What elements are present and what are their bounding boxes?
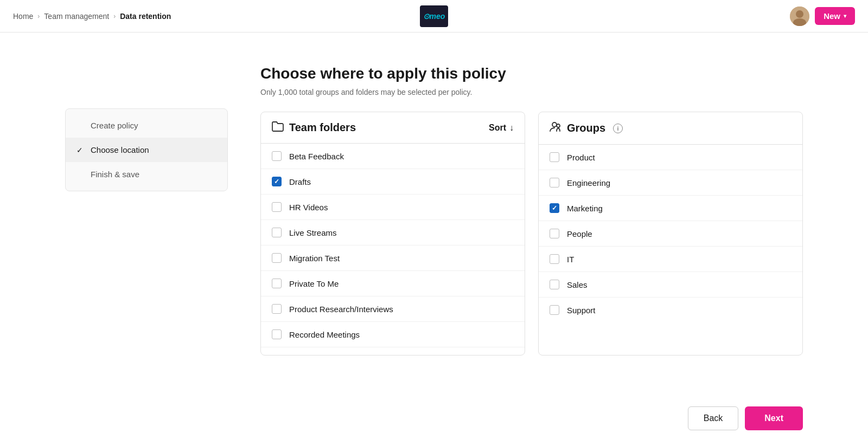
team-folder-label: Beta Feedback xyxy=(289,152,344,161)
team-folder-checkbox[interactable] xyxy=(272,202,282,212)
breadcrumb: Home › Team management › Data retention xyxy=(13,12,171,21)
group-checkbox[interactable] xyxy=(550,203,559,213)
team-folders-list: Beta FeedbackDraftsHR VideosLive Streams… xyxy=(261,144,525,355)
sidebar-item-create-policy[interactable]: Create policy xyxy=(66,113,227,138)
team-folder-checkbox[interactable] xyxy=(272,151,282,161)
team-folder-label: Migration Test xyxy=(289,254,340,263)
group-item[interactable]: Product xyxy=(539,145,802,170)
footer: Back Next xyxy=(0,393,868,443)
team-folder-item[interactable]: HR Videos xyxy=(261,195,525,220)
groups-panel: Groups i ProductEngineeringMarketingPeop… xyxy=(538,112,803,355)
groups-title: Groups i xyxy=(550,121,623,135)
team-folder-checkbox[interactable] xyxy=(272,329,282,339)
team-folder-checkbox[interactable] xyxy=(272,177,282,186)
group-item[interactable]: Support xyxy=(539,298,802,322)
team-folder-item[interactable]: Recordings xyxy=(261,347,525,355)
team-folder-item[interactable]: Product Research/Interviews xyxy=(261,296,525,322)
logo: ⊙meo xyxy=(420,5,448,27)
group-icon xyxy=(550,121,561,135)
check-icon-choose: ✓ xyxy=(76,146,85,154)
sidebar-item-finish-save[interactable]: Finish & save xyxy=(66,162,227,186)
group-checkbox[interactable] xyxy=(550,254,559,264)
svg-point-4 xyxy=(557,124,560,127)
avatar[interactable] xyxy=(790,7,809,26)
group-checkbox[interactable] xyxy=(550,178,559,188)
main-content: Create policy ✓ Choose location Finish &… xyxy=(0,33,868,388)
svg-point-3 xyxy=(552,122,557,127)
folder-icon xyxy=(272,121,284,134)
sort-label: Sort xyxy=(489,123,506,133)
sidebar-label-create-policy: Create policy xyxy=(91,121,138,130)
group-item[interactable]: Marketing xyxy=(539,196,802,221)
groups-heading: Groups xyxy=(567,122,605,134)
sort-arrow-icon: ↓ xyxy=(509,123,514,133)
logo-text: ⊙meo xyxy=(423,12,445,21)
group-checkbox[interactable] xyxy=(550,280,559,289)
team-folders-header: Team folders Sort ↓ xyxy=(261,112,525,144)
group-label: Product xyxy=(567,153,595,162)
group-item[interactable]: Engineering xyxy=(539,170,802,196)
group-label: People xyxy=(567,229,592,238)
groups-list: ProductEngineeringMarketingPeopleITSales… xyxy=(539,145,802,322)
header: Home › Team management › Data retention … xyxy=(0,0,868,33)
team-folder-item[interactable]: Migration Test xyxy=(261,245,525,271)
group-checkbox[interactable] xyxy=(550,229,559,238)
back-button[interactable]: Back xyxy=(688,406,739,430)
sidebar-label-finish-save: Finish & save xyxy=(91,170,139,179)
team-folder-checkbox[interactable] xyxy=(272,304,282,314)
group-checkbox[interactable] xyxy=(550,152,559,162)
group-item[interactable]: People xyxy=(539,221,802,247)
groups-info-icon[interactable]: i xyxy=(613,124,623,133)
header-right: New ▾ xyxy=(790,7,855,26)
breadcrumb-sep-2: › xyxy=(113,12,116,20)
sidebar-item-choose-location[interactable]: ✓ Choose location xyxy=(66,138,227,162)
team-folder-label: Recorded Meetings xyxy=(289,330,360,339)
team-folder-checkbox[interactable] xyxy=(272,228,282,237)
page-content: Choose where to apply this policy Only 1… xyxy=(260,65,803,355)
group-label: Engineering xyxy=(567,178,610,188)
chevron-down-icon: ▾ xyxy=(844,13,846,19)
new-button-label: New xyxy=(824,11,840,21)
svg-point-1 xyxy=(796,10,803,18)
group-label: Sales xyxy=(567,280,588,289)
breadcrumb-team-management[interactable]: Team management xyxy=(44,12,109,21)
team-folder-checkbox[interactable] xyxy=(272,279,282,288)
team-folder-item[interactable]: Beta Feedback xyxy=(261,144,525,169)
team-folders-title: Team folders xyxy=(272,121,356,134)
team-folder-item[interactable]: Private To Me xyxy=(261,271,525,296)
team-folder-item[interactable]: Drafts xyxy=(261,169,525,195)
team-folder-label: Private To Me xyxy=(289,279,339,288)
check-icon-finish xyxy=(76,170,85,179)
group-item[interactable]: Sales xyxy=(539,272,802,298)
group-label: Support xyxy=(567,306,596,315)
group-label: IT xyxy=(567,255,574,264)
team-folder-item[interactable]: Live Streams xyxy=(261,220,525,245)
groups-header: Groups i xyxy=(539,112,802,145)
breadcrumb-sep-1: › xyxy=(37,12,40,20)
team-folder-label: Product Research/Interviews xyxy=(289,305,393,314)
sort-button[interactable]: Sort ↓ xyxy=(489,123,514,133)
next-button[interactable]: Next xyxy=(745,406,803,430)
group-label: Marketing xyxy=(567,204,603,213)
sidebar-label-choose-location: Choose location xyxy=(91,145,149,154)
check-icon-create xyxy=(76,121,85,130)
avatar-image xyxy=(790,7,809,26)
team-folder-item[interactable]: Recorded Meetings xyxy=(261,322,525,347)
group-checkbox[interactable] xyxy=(550,305,559,315)
page-subtitle: Only 1,000 total groups and folders may … xyxy=(260,88,803,96)
breadcrumb-current: Data retention xyxy=(120,12,171,21)
team-folders-panel: Team folders Sort ↓ Beta FeedbackDraftsH… xyxy=(260,112,525,355)
new-button[interactable]: New ▾ xyxy=(815,7,855,25)
sidebar: Create policy ✓ Choose location Finish &… xyxy=(65,108,228,191)
breadcrumb-home[interactable]: Home xyxy=(13,12,33,21)
page-title: Choose where to apply this policy xyxy=(260,65,803,82)
team-folder-label: Drafts xyxy=(289,177,311,186)
panels: Team folders Sort ↓ Beta FeedbackDraftsH… xyxy=(260,112,803,355)
group-item[interactable]: IT xyxy=(539,247,802,272)
team-folder-label: Live Streams xyxy=(289,228,337,237)
team-folder-label: HR Videos xyxy=(289,203,328,212)
team-folders-heading: Team folders xyxy=(289,121,356,134)
team-folder-checkbox[interactable] xyxy=(272,253,282,263)
